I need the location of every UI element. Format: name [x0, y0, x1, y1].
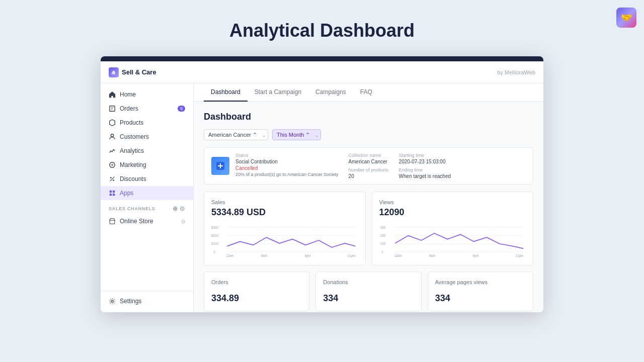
campaign-filter-wrapper: American Cancer ⌃	[204, 129, 268, 140]
svg-text:0: 0	[213, 250, 215, 253]
svg-text:11pm: 11pm	[348, 253, 356, 257]
tab-faq[interactable]: FAQ	[353, 83, 379, 102]
sales-card: Sales 5334.89 USD	[204, 192, 366, 265]
tab-dashboard[interactable]: Dashboard	[204, 83, 248, 102]
content-area: Dashboard American Cancer ⌃ This Month ⌃	[194, 102, 543, 312]
svg-rect-8	[113, 194, 115, 196]
svg-text:8am: 8am	[261, 253, 268, 257]
svg-text:4pm: 4pm	[304, 253, 311, 257]
campaign-card: Status Social Contribution Cancelled 20%…	[204, 147, 533, 185]
sidebar-item-settings[interactable]: Settings	[101, 294, 193, 308]
svg-point-3	[110, 177, 112, 178]
svg-text:4pm: 4pm	[472, 253, 479, 257]
period-filter[interactable]: This Month ⌃	[272, 129, 321, 140]
marketing-icon	[109, 161, 116, 168]
svg-text:200: 200	[380, 234, 386, 237]
svg-text:$100: $100	[211, 242, 218, 245]
svg-text:100: 100	[380, 242, 386, 245]
app-body: Home Orders 9 Products	[101, 83, 543, 312]
svg-rect-6	[113, 191, 115, 193]
sidebar-item-online-store[interactable]: Online Store ⊙	[101, 214, 193, 228]
sidebar-item-home[interactable]: Home	[101, 87, 193, 102]
views-card: Views 12090 300 200	[372, 192, 534, 265]
sidebar-item-marketing[interactable]: Marketing	[101, 158, 193, 172]
sidebar-item-orders[interactable]: Orders 9	[101, 102, 193, 116]
analytics-icon	[109, 147, 116, 154]
sidebar: Home Orders 9 Products	[101, 83, 194, 312]
avg-pages-card: Average pages views 334	[428, 272, 533, 311]
small-stats-grid: Orders 334.89 Donations 334 Average page…	[204, 272, 533, 311]
orders-card: Orders 334.89	[204, 272, 309, 311]
svg-text:12am: 12am	[226, 253, 234, 257]
top-right-logo: 🤝	[616, 8, 636, 28]
dashboard-title: Dashboard	[204, 112, 533, 122]
channel-settings-icon[interactable]: ⊙	[180, 205, 185, 212]
sales-channels-label: SALES CHANNELS ⊕ ⊙	[101, 200, 193, 214]
nav-tabs: Dashboard Start a Campaign Campaigns FAQ	[194, 83, 543, 102]
main-content: Dashboard Start a Campaign Campaigns FAQ…	[194, 83, 543, 312]
svg-point-1	[111, 134, 113, 137]
apps-icon	[109, 190, 116, 197]
views-chart: 300 200 100 0 12am 8am 4pm 11pm	[379, 223, 526, 258]
logo-text: Sell & Care	[122, 68, 156, 76]
campaign-status-col: Status Social Contribution Cancelled 20%…	[235, 153, 339, 179]
app-logo: Sell & Care	[109, 67, 156, 77]
svg-rect-0	[110, 106, 115, 112]
campaign-time-col: Starting time 2020-07-23 15:03:00 Ending…	[399, 153, 451, 179]
svg-text:11pm: 11pm	[515, 253, 523, 257]
svg-point-9	[111, 300, 113, 302]
orders-badge: 9	[178, 106, 185, 112]
sidebar-item-apps[interactable]: Apps	[101, 186, 193, 200]
app-topbar	[101, 56, 543, 61]
logo-heart-icon: 🤝	[621, 12, 632, 23]
tab-start-campaign[interactable]: Start a Campaign	[248, 83, 308, 102]
svg-text:0: 0	[381, 250, 383, 253]
sidebar-item-products[interactable]: Products	[101, 116, 193, 130]
store-expand-icon[interactable]: ⊙	[181, 219, 185, 224]
svg-text:12am: 12am	[394, 253, 402, 257]
svg-text:$300: $300	[211, 225, 218, 229]
app-header: Sell & Care by MellioraWeb	[101, 61, 543, 83]
logo-icon	[109, 67, 119, 77]
settings-icon	[109, 298, 116, 305]
sales-chart: $300 $200 $100 0 12am 8am 4pm 11pm	[211, 223, 358, 258]
sidebar-item-customers[interactable]: Customers	[101, 130, 193, 144]
campaign-filter[interactable]: American Cancer ⌃	[204, 129, 268, 140]
app-frame: Sell & Care by MellioraWeb Home Orders 9	[101, 56, 543, 312]
tab-campaigns[interactable]: Campaigns	[308, 83, 353, 102]
donations-card: Donations 334	[315, 272, 421, 311]
products-icon	[109, 119, 116, 126]
filter-row: American Cancer ⌃ This Month ⌃	[204, 129, 533, 140]
svg-rect-7	[110, 194, 112, 196]
stats-grid: Sales 5334.89 USD	[204, 192, 533, 265]
campaign-info: Status Social Contribution Cancelled 20%…	[235, 153, 526, 179]
svg-point-4	[113, 179, 114, 181]
campaign-thumbnail	[211, 157, 229, 175]
home-icon	[109, 91, 116, 98]
customers-icon	[109, 133, 116, 140]
orders-icon	[109, 105, 116, 112]
page-title: Analytical Dashboard	[229, 0, 415, 56]
discounts-icon	[109, 175, 116, 183]
by-melioraweb: by MellioraWeb	[497, 69, 535, 75]
sidebar-footer: Settings	[101, 291, 193, 308]
sidebar-item-analytics[interactable]: Analytics	[101, 144, 193, 158]
period-filter-wrapper: This Month ⌃	[272, 129, 321, 140]
sidebar-item-discounts[interactable]: Discounts	[101, 172, 193, 186]
campaign-collection-col: Collection name American Cancer Number o…	[349, 153, 389, 179]
svg-text:300: 300	[380, 225, 386, 229]
add-channel-icon[interactable]: ⊕	[173, 205, 178, 212]
store-icon	[109, 218, 116, 225]
svg-text:8am: 8am	[429, 253, 435, 257]
svg-text:$200: $200	[211, 234, 218, 237]
svg-rect-5	[110, 191, 112, 193]
